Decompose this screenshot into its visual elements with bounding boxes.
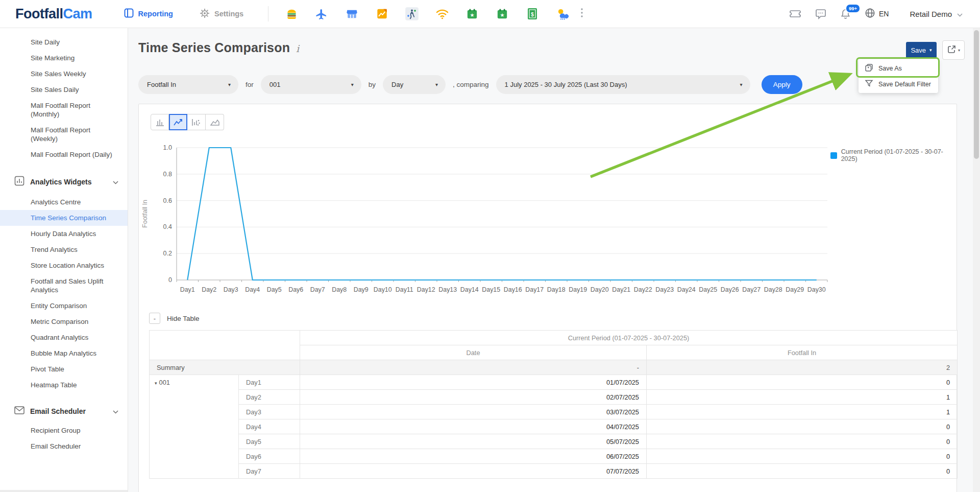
entity-group-cell: ▾001 <box>150 375 239 479</box>
footfallcam-logo[interactable]: FootfallCam <box>15 6 92 22</box>
sidebar-item-analytics-centre[interactable]: Analytics Centre <box>0 194 128 210</box>
table-row-summary: Summary-2 <box>150 360 958 375</box>
nav-settings[interactable]: Settings <box>200 8 243 20</box>
for-label: for <box>246 81 254 88</box>
apply-button[interactable]: Apply <box>762 75 802 94</box>
sidebar-item-pivot-table[interactable]: Pivot Table <box>0 361 128 377</box>
entity-value: 001 <box>270 81 281 88</box>
svg-text:Day18: Day18 <box>547 286 566 293</box>
sidebar-item-recipient-group[interactable]: Recipient Group <box>0 423 128 438</box>
entity-label: 001 <box>159 379 170 386</box>
date-cell: 01/07/2025 <box>300 375 647 390</box>
sidebar-item-site-sales-weekly[interactable]: Site Sales Weekly <box>0 66 128 82</box>
storefront-icon[interactable] <box>345 7 358 20</box>
chart-type-bar-button[interactable] <box>151 114 169 130</box>
svg-text:1.0: 1.0 <box>163 144 172 151</box>
svg-text:Day5: Day5 <box>267 286 282 293</box>
sidebar-item-metric-comparison[interactable]: Metric Comparison <box>0 314 128 330</box>
sidebar-item-bubble-map-analytics[interactable]: Bubble Map Analytics <box>0 345 128 361</box>
legend-label: Current Period (01-07-2025 - 30-07-2025) <box>841 148 957 162</box>
date-cell: 05/07/2025 <box>300 434 647 449</box>
chart-type-area-button[interactable] <box>206 114 224 130</box>
caret-down-icon: ▾ <box>228 82 231 87</box>
entity-dropdown[interactable]: 001 ▾ <box>261 75 361 94</box>
legend-swatch <box>830 152 837 159</box>
sidebar-item-email-scheduler[interactable]: Email Scheduler <box>0 438 128 454</box>
account-menu[interactable]: Retail Demo <box>910 10 963 18</box>
info-icon[interactable]: i <box>296 43 299 54</box>
sidebar-item-mall-footfall-report-monthly-[interactable]: Mall Footfall Report (Monthly) <box>0 98 128 122</box>
scrollbar-thumb[interactable] <box>974 30 979 159</box>
sidebar-item-site-marketing[interactable]: Site Marketing <box>0 50 128 66</box>
date-cell: 03/07/2025 <box>300 405 647 419</box>
collapse-table-button[interactable]: - <box>149 313 160 324</box>
summary-label: Summary <box>150 360 300 375</box>
sheets-icon[interactable]: $ <box>526 7 539 20</box>
menu-item-save-as[interactable]: Save As <box>859 60 938 76</box>
metric-dropdown[interactable]: Footfall In ▾ <box>138 75 238 94</box>
hide-table-label[interactable]: Hide Table <box>167 315 200 322</box>
svg-text:Day2: Day2 <box>202 286 216 293</box>
analytics-icon[interactable] <box>375 7 388 20</box>
chart-type-line-button[interactable] <box>169 114 187 130</box>
filter-bar: Footfall In ▾ for 001 ▾ by Day ▾ , compa… <box>138 75 802 94</box>
sidebar-item-mall-footfall-report-daily-[interactable]: Mall Footfall Report (Daily) <box>0 147 128 162</box>
sidebar-item-store-location-analytics[interactable]: Store Location Analytics <box>0 257 128 273</box>
weather-icon[interactable] <box>556 7 569 20</box>
value-cell: 0 <box>647 375 958 390</box>
chevron-down-icon <box>957 10 963 18</box>
sidebar-item-hourly-data-analytics[interactable]: Hourly Data Analytics <box>0 226 128 242</box>
caret-down-icon: ▾ <box>435 82 438 87</box>
feedback-icon[interactable] <box>815 9 826 19</box>
sidebar-item-heatmap-table[interactable]: Heatmap Table <box>0 377 128 393</box>
sidebar-item-mall-footfall-report-weekly-[interactable]: Mall Footfall Report (Weekly) <box>0 122 128 147</box>
value-cell: 0 <box>647 464 958 479</box>
chevron-down-icon <box>113 177 118 186</box>
value-cell: 0 <box>647 419 958 434</box>
walker-icon[interactable] <box>405 7 419 20</box>
svg-text:0.4: 0.4 <box>163 223 172 230</box>
period-dropdown[interactable]: 1 July 2025 - 30 July 2025 (Last 30 Days… <box>496 75 750 94</box>
date-cell: 04/07/2025 <box>300 419 647 434</box>
day-cell: Day2 <box>239 390 300 405</box>
nav-reporting[interactable]: Reporting <box>124 8 173 19</box>
sidebar-section-analytics-widgets[interactable]: Analytics Widgets <box>0 173 128 191</box>
sidebar-item-quadrant-analytics[interactable]: Quadrant Analytics <box>0 330 128 345</box>
calendar-2-icon[interactable]: ★ <box>496 7 509 20</box>
sidebar-item-trend-analytics[interactable]: Trend Analytics <box>0 242 128 257</box>
burger-icon[interactable] <box>285 7 298 20</box>
table-row: Day404/07/20250 <box>150 419 958 434</box>
notifications-bell-icon[interactable]: 99+ <box>840 8 851 20</box>
save-button[interactable]: Save ▾ <box>906 42 937 58</box>
envelope-icon <box>14 406 24 416</box>
sidebar-item-entity-comparison[interactable]: Entity Comparison <box>0 298 128 314</box>
chart-legend[interactable]: Current Period (01-07-2025 - 30-07-2025) <box>830 148 957 162</box>
collapse-row-caret-icon[interactable]: ▾ <box>155 381 157 386</box>
sidebar-item-site-daily[interactable]: Site Daily <box>0 34 128 50</box>
voucher-icon[interactable] <box>789 9 801 19</box>
language-label: EN <box>879 10 889 18</box>
sidebar-section-email-scheduler[interactable]: Email Scheduler <box>0 403 128 419</box>
interval-dropdown[interactable]: Day ▾ <box>383 75 446 94</box>
menu-item-save-default-filter[interactable]: Save Default Filter <box>859 76 938 92</box>
export-icon <box>947 44 957 56</box>
nav-settings-label: Settings <box>214 10 243 18</box>
chart-type-bar-dot-button[interactable] <box>187 114 206 130</box>
sidebar-item-footfall-and-sales-uplift-analytics[interactable]: Footfall and Sales Uplift Analytics <box>0 273 128 298</box>
menu-item-label: Save As <box>878 65 902 72</box>
chart-type-toggle <box>151 114 224 130</box>
sidebar-item-time-series-comparison[interactable]: Time Series Comparison <box>0 210 128 226</box>
svg-text:Day21: Day21 <box>612 286 630 293</box>
language-selector[interactable]: EN <box>865 8 889 20</box>
calendar-icon[interactable]: ★ <box>465 7 479 20</box>
more-apps-icon[interactable] <box>580 8 583 20</box>
account-name: Retail Demo <box>910 10 952 18</box>
metric-value: Footfall In <box>147 81 176 88</box>
save-dropdown-menu: Save As Save Default Filter <box>859 59 938 93</box>
flights-icon[interactable] <box>315 7 328 20</box>
sidebar-item-site-sales-daily[interactable]: Site Sales Daily <box>0 82 128 98</box>
filter-funnel-icon <box>865 79 873 89</box>
export-button[interactable]: ▾ <box>942 40 965 60</box>
wifi-icon[interactable] <box>435 7 449 20</box>
svg-text:Day24: Day24 <box>677 286 696 293</box>
